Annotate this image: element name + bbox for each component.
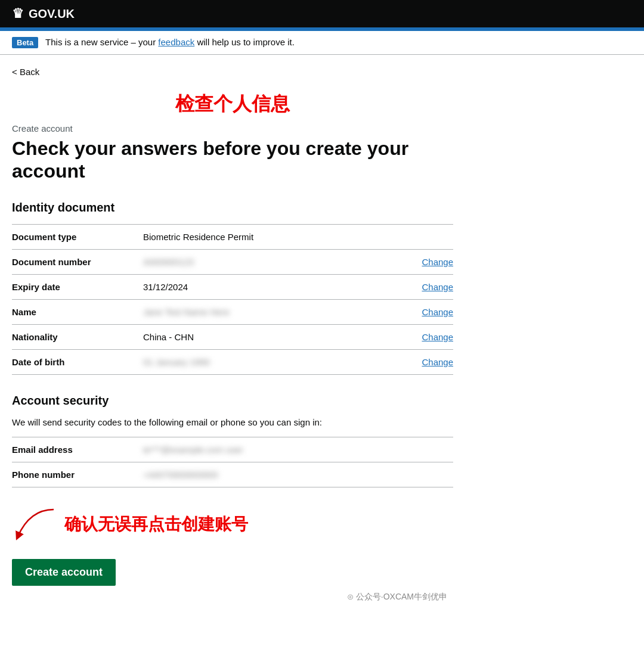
table-row: Email address te***@example.com user bbox=[12, 437, 453, 462]
row-key: Email address bbox=[12, 445, 143, 455]
row-key: Date of birth bbox=[12, 357, 143, 367]
row-key: Name bbox=[12, 307, 143, 317]
crown-icon: ♛ bbox=[12, 6, 24, 21]
row-value: 31/12/2024 bbox=[143, 282, 412, 292]
beta-text: This is a new service – your bbox=[45, 37, 158, 47]
row-value-blurred: te***@example.com user bbox=[143, 445, 453, 455]
wechat-watermark: ⊙ 公众号·OXCAM牛剑优申 bbox=[12, 592, 453, 602]
beta-tag: Beta bbox=[12, 37, 38, 48]
security-description: We will send security codes to the follo… bbox=[12, 417, 453, 427]
security-section-heading: Account security bbox=[12, 394, 453, 408]
table-row: Date of birth 01 January 1990 Change bbox=[12, 350, 453, 375]
table-row: Expiry date 31/12/2024 Change bbox=[12, 275, 453, 300]
gov-uk-logo[interactable]: ♛ GOV.UK bbox=[12, 6, 75, 21]
row-key: Nationality bbox=[12, 332, 143, 342]
back-link[interactable]: < Back bbox=[12, 67, 39, 77]
annotation-arrow bbox=[12, 507, 60, 542]
security-summary-table: Email address te***@example.com user Pho… bbox=[12, 437, 453, 487]
main-content: < Back 检查个人信息 Create account Check your … bbox=[0, 55, 465, 626]
row-value-blurred: 01 January 1990 bbox=[143, 357, 412, 367]
table-row: Nationality China - CHN Change bbox=[12, 325, 453, 350]
row-value-blurred: A000000123 bbox=[143, 257, 412, 267]
change-nationality-link[interactable]: Change bbox=[422, 332, 453, 342]
table-row: Name Jane Test Name Here Change bbox=[12, 300, 453, 325]
row-value: China - CHN bbox=[143, 332, 412, 342]
create-account-label: Create account bbox=[12, 123, 453, 133]
identity-summary-table: Document type Biometric Residence Permit… bbox=[12, 224, 453, 375]
change-dob-link[interactable]: Change bbox=[422, 357, 453, 367]
identity-section-heading: Identity document bbox=[12, 201, 453, 215]
change-expiry-date-link[interactable]: Change bbox=[422, 282, 453, 292]
feedback-link[interactable]: feedback bbox=[158, 37, 194, 47]
row-value-blurred: +44070000000000 bbox=[143, 470, 453, 480]
change-document-number-link[interactable]: Change bbox=[422, 257, 453, 267]
page-heading: Check your answers before you create you… bbox=[12, 137, 453, 183]
site-header: ♛ GOV.UK bbox=[0, 0, 644, 27]
row-key: Phone number bbox=[12, 470, 143, 480]
table-row: Phone number +44070000000000 bbox=[12, 462, 453, 487]
table-row: Document number A000000123 Change bbox=[12, 250, 453, 275]
row-key: Document number bbox=[12, 257, 143, 267]
change-name-link[interactable]: Change bbox=[422, 307, 453, 317]
table-row: Document type Biometric Residence Permit bbox=[12, 225, 453, 250]
row-value-blurred: Jane Test Name Here bbox=[143, 307, 412, 317]
beta-banner: Beta This is a new service – your feedba… bbox=[0, 31, 644, 55]
row-key: Document type bbox=[12, 232, 143, 242]
row-key: Expiry date bbox=[12, 282, 143, 292]
row-value: Biometric Residence Permit bbox=[143, 232, 453, 242]
logo-text: GOV.UK bbox=[29, 7, 75, 21]
annotation-top: 检查个人信息 bbox=[12, 91, 453, 117]
create-account-button[interactable]: Create account bbox=[12, 559, 116, 586]
annotation-bottom: 确认无误再点击创建账号 bbox=[64, 513, 248, 536]
beta-text-after: will help us to improve it. bbox=[197, 37, 294, 47]
